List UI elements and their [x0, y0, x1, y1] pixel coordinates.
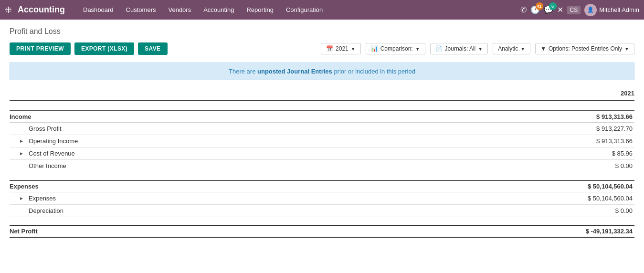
- gross-profit-label: Gross Profit: [29, 125, 62, 132]
- nav-customers[interactable]: Customers: [121, 4, 161, 15]
- net-profit-label: Net Profit: [10, 228, 38, 235]
- grid-icon[interactable]: ⁜: [5, 5, 12, 15]
- year-column-header: 2021: [549, 90, 634, 97]
- nav-dashboard[interactable]: Dashboard: [78, 4, 118, 15]
- info-banner: There are unposted Journal Entries prior…: [10, 63, 634, 80]
- filter-icon: ▼: [540, 45, 546, 52]
- nav-configuration[interactable]: Configuration: [281, 4, 327, 15]
- report-header-row: 2021: [10, 90, 634, 101]
- app-title: Accounting: [18, 5, 65, 15]
- analytic-chevron-icon: ▼: [520, 46, 525, 52]
- expenses-section-header: Expenses $ 50,104,560.04: [10, 180, 634, 192]
- page-title: Profit and Loss: [10, 27, 634, 36]
- info-suffix: prior or included in this period: [332, 68, 415, 75]
- operating-income-expand[interactable]: ►: [19, 138, 26, 144]
- user-menu[interactable]: 👤 Mitchell Admin: [584, 4, 639, 16]
- net-profit-value: $ -49,191,332.34: [549, 228, 634, 235]
- user-name: Mitchell Admin: [599, 6, 639, 13]
- avatar-icon: 👤: [587, 7, 594, 13]
- expenses-section-value: $ 50,104,560.04: [549, 183, 634, 190]
- operating-income-row: ► Operating Income $ 913,313.66: [10, 135, 634, 147]
- user-avatar: 👤: [584, 4, 597, 16]
- expenses-expand[interactable]: ►: [19, 196, 26, 201]
- gross-profit-value: $ 913,227.70: [549, 125, 634, 132]
- nav-right: ✆ 🕐 41 💬 5 ✕ CS 👤 Mitchell Admin: [520, 4, 639, 16]
- comparison-filter-label: Comparison:: [380, 45, 413, 52]
- filter-buttons: 📅 2021 ▼ 📊 Comparison: ▼ 📄 Journals: All…: [321, 43, 634, 54]
- activity-badge: 41: [536, 2, 543, 10]
- comparison-chevron-icon: ▼: [415, 46, 420, 52]
- nav-reporting[interactable]: Reporting: [242, 4, 278, 15]
- activity-icon[interactable]: 🕐 41: [530, 5, 540, 14]
- message-badge: 5: [549, 2, 557, 10]
- comparison-filter[interactable]: 📊 Comparison: ▼: [366, 43, 425, 54]
- message-icon[interactable]: 💬 5: [544, 5, 553, 14]
- cost-of-revenue-label: Cost of Revenue: [29, 150, 75, 157]
- net-profit-row: Net Profit $ -49,191,332.34: [10, 225, 634, 238]
- comparison-icon: 📊: [371, 45, 378, 52]
- options-filter-label: Options: Posted Entries Only: [549, 45, 622, 52]
- other-income-value: $ 0.00: [549, 162, 634, 169]
- export-xlsx-button[interactable]: EXPORT (XLSX): [74, 42, 134, 55]
- income-section-header: Income $ 913,313.66: [10, 110, 634, 123]
- expenses-row: ► Expenses $ 50,104,560.04: [10, 192, 634, 205]
- nav-accounting[interactable]: Accounting: [199, 4, 239, 15]
- depreciation-value: $ 0.00: [549, 207, 634, 214]
- calendar-icon: 📅: [326, 45, 333, 52]
- top-navigation: ⁜ Accounting Dashboard Customers Vendors…: [0, 0, 644, 20]
- cs-button[interactable]: CS: [567, 6, 581, 14]
- income-value: $ 913,313.66: [549, 113, 634, 120]
- expenses-section-label: Expenses: [10, 183, 39, 190]
- report-container: 2021 Income $ 913,313.66 Gross Profit $ …: [10, 90, 634, 238]
- expenses-label: Expenses: [29, 195, 56, 202]
- journals-filter-label: Journals: All: [445, 45, 476, 52]
- operating-income-label: Operating Income: [29, 137, 78, 145]
- analytic-filter[interactable]: Analytic ▼: [493, 43, 530, 54]
- year-filter[interactable]: 📅 2021 ▼: [321, 43, 361, 54]
- toolbar: PRINT PREVIEW EXPORT (XLSX) SAVE 📅 2021 …: [10, 42, 634, 55]
- save-button[interactable]: SAVE: [138, 42, 167, 55]
- income-label: Income: [10, 113, 32, 120]
- cost-of-revenue-value: $ 85.96: [549, 150, 634, 157]
- options-filter[interactable]: ▼ Options: Posted Entries Only ▼: [535, 43, 634, 54]
- expenses-value: $ 50,104,560.04: [549, 195, 634, 202]
- cost-of-revenue-row: ► Cost of Revenue $ 85.96: [10, 147, 634, 160]
- year-filter-label: 2021: [336, 45, 348, 52]
- journals-chevron-icon: ▼: [478, 46, 483, 52]
- other-income-row: Other Income $ 0.00: [10, 160, 634, 172]
- journals-filter[interactable]: 📄 Journals: All ▼: [430, 43, 488, 54]
- gross-profit-row: Gross Profit $ 913,227.70: [10, 123, 634, 135]
- depreciation-row: Depreciation $ 0.00: [10, 205, 634, 217]
- print-preview-button[interactable]: PRINT PREVIEW: [10, 42, 71, 55]
- page-content: Profit and Loss PRINT PREVIEW EXPORT (XL…: [0, 20, 644, 250]
- analytic-filter-label: Analytic: [498, 45, 518, 52]
- info-bold: unposted Journal Entries: [257, 68, 332, 75]
- options-chevron-icon: ▼: [624, 46, 629, 52]
- nav-menu: Dashboard Customers Vendors Accounting R…: [78, 4, 517, 15]
- nav-vendors[interactable]: Vendors: [163, 4, 196, 15]
- journals-icon: 📄: [435, 45, 443, 52]
- year-chevron-icon: ▼: [351, 46, 356, 52]
- phone-icon[interactable]: ✆: [520, 5, 527, 14]
- info-prefix: There are: [229, 68, 257, 75]
- cost-of-revenue-expand[interactable]: ►: [19, 151, 26, 156]
- close-icon[interactable]: ✕: [557, 5, 563, 14]
- depreciation-label: Depreciation: [29, 207, 63, 214]
- other-income-label: Other Income: [29, 162, 66, 169]
- operating-income-value: $ 913,313.66: [549, 137, 634, 145]
